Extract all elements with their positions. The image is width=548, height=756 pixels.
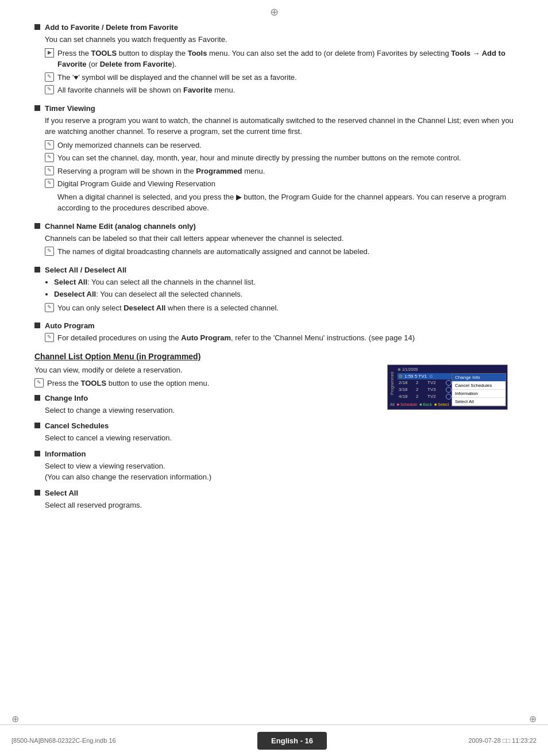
add-favorite-title: Add to Favorite / Delete from Favorite (45, 23, 178, 32)
cancel-schedules-title: Cancel Schedules (45, 421, 109, 430)
section-channel-name-edit: Channel Name Edit (analog channels only)… (34, 222, 514, 258)
bullet-icon-select (34, 267, 40, 273)
add-favorite-tools-text: Press the TOOLS button to display the To… (57, 48, 514, 70)
channel-name-body: Channels can be labeled so that their ca… (45, 233, 514, 258)
channel-list-header: Channel List Option Menu (in Programmed) (34, 352, 514, 361)
tools-note-icon: ▶ (45, 48, 54, 57)
timer-note-3: ✎ Reserving a program will be shown in t… (45, 166, 514, 177)
bullet-icon-channel (34, 223, 40, 229)
timer-intro: If you reserve a program you want to wat… (45, 115, 514, 137)
information-text: Select to view a viewing reservation.(Yo… (45, 460, 376, 483)
auto-program-note-1: ✎ For detailed procedures on using the A… (45, 332, 514, 344)
channel-name-note-1: ✎ The names of digital broadcasting chan… (45, 246, 514, 258)
section-add-favorite: Add to Favorite / Delete from Favorite Y… (34, 23, 514, 96)
tv-row-3-type: TV2 (427, 394, 445, 399)
add-favorite-note-2: ✎ All favorite channels will be shown on… (45, 85, 514, 96)
sub-section-cancel-schedules: Cancel Schedules Select to cancel a view… (34, 421, 376, 444)
timer-sub-note: When a digital channel is selected, and … (57, 191, 514, 214)
add-favorite-note-1: ✎ The '♥' symbol will be displayed and t… (45, 72, 514, 83)
crosshair-bottom-left-icon: ⊕ (11, 713, 19, 724)
add-favorite-intro: You can set channels you watch frequentl… (45, 34, 514, 45)
add-favorite-note-1-text: The '♥' symbol will be displayed and the… (57, 72, 297, 83)
footer-center-text: English - 16 (257, 732, 327, 750)
section-channel-list-option: Channel List Option Menu (in Programmed)… (34, 352, 514, 517)
note-icon-timer-2: ✎ (45, 153, 54, 162)
page-footer: [8500-NA]BN68-02322C-Eng.indb 16 English… (0, 724, 548, 756)
tv-row-1-time: 2/18 (399, 380, 416, 385)
tv-row-3-time: 4/18 (399, 394, 416, 399)
timer-title: Timer Viewing (45, 104, 95, 113)
section-title-timer: Timer Viewing (34, 104, 514, 113)
tv-row-1-ch: 2 (416, 380, 427, 385)
footer-right-text: 2009-07-28 □□ 11:23:22 (469, 737, 537, 744)
timer-note-4-text: Digital Program Guide and Viewing Reserv… (57, 178, 215, 190)
add-favorite-tools-note: ▶ Press the TOOLS button to display the … (45, 48, 514, 70)
timer-note-4: ✎ Digital Program Guide and Viewing Rese… (45, 178, 514, 190)
tv-row-2-time: 3/18 (399, 387, 416, 392)
page-container: ⊕ Add to Favorite / Delete from Favorite… (0, 0, 548, 756)
sub-section-change-info: Change Info Select to change a viewing r… (34, 394, 376, 416)
section-auto-program: Auto Program ✎ For detailed procedures o… (34, 321, 514, 344)
bullet-change-info (34, 395, 40, 401)
tv-footer-all: All (390, 402, 395, 407)
bullet-icon (34, 24, 40, 30)
crosshair-top-icon: ⊕ (270, 6, 279, 18)
note-icon-timer-3: ✎ (45, 166, 54, 175)
bullet-cancel-schedules (34, 423, 40, 428)
select-all-item-2: Deselect All: You can deselect all the s… (54, 289, 514, 300)
change-info-title: Change Info (45, 394, 88, 402)
channel-list-tools-text: Press the TOOLS button to use the option… (47, 378, 209, 389)
select-all-prog-title: Select All (45, 489, 78, 497)
section-title-add-favorite: Add to Favorite / Delete from Favorite (34, 23, 514, 32)
change-info-title-row: Change Info (34, 394, 376, 402)
tv-footer-back: ■ Back (419, 402, 432, 407)
note-icon-1: ✎ (45, 72, 54, 82)
select-all-list: Select All: You can select all the chann… (54, 277, 514, 300)
tv-row-3-ch: 2 (416, 394, 427, 399)
timer-note-2-text: You can set the channel, day, month, yea… (57, 152, 461, 164)
tv-header: Programmed ⊕ 1/1/2009 ⊙ 1:59 5 TV1 ⊙ (390, 367, 505, 400)
tv-footer-schedule: ■ Schedule (397, 402, 417, 407)
information-body: Select to view a viewing reservation.(Yo… (45, 460, 376, 483)
auto-program-note-1-text: For detailed procedures on using the Aut… (57, 332, 415, 344)
select-all-note-1: ✎ You can only select Deselect All when … (45, 302, 514, 314)
timer-note-3-text: Reserving a program will be shown in the… (57, 166, 265, 177)
note-icon-channel-1: ✎ (45, 247, 54, 256)
add-favorite-note-2-text: All favorite channels will be shown on F… (57, 85, 235, 96)
tv-date: ⊕ 1/1/2009 (398, 367, 418, 371)
crosshair-bottom-right-icon: ⊕ (529, 713, 537, 724)
select-all-body: Select All: You can select all the chann… (45, 277, 514, 314)
section-title-channel-name: Channel Name Edit (analog channels only) (34, 222, 514, 231)
note-icon-2: ✎ (45, 85, 54, 94)
tv-footer-select: ■ Select (434, 402, 449, 407)
select-all-note-1-text: You can only select Deselect All when th… (57, 302, 279, 314)
tv-row-1-type: TV2 (427, 380, 445, 385)
tv-row-2-icon (446, 387, 451, 393)
note-icon-select-1: ✎ (45, 303, 54, 312)
select-all-prog-body: Select all reserved programs. (45, 500, 376, 511)
channel-name-title: Channel Name Edit (analog channels only) (45, 222, 196, 231)
cancel-schedules-body: Select to cancel a viewing reservation. (45, 432, 376, 444)
timer-note-1: ✎ Only memorized channels can be reserve… (45, 140, 514, 151)
auto-program-title: Auto Program (45, 321, 95, 330)
select-all-prog-title-row: Select All (34, 489, 376, 497)
channel-list-tools-note: ✎ Press the TOOLS button to use the opti… (34, 378, 376, 389)
sub-section-information: Information Select to view a viewing res… (34, 450, 376, 483)
tv-mockup: Programmed ⊕ 1/1/2009 ⊙ 1:59 5 TV1 ⊙ (387, 364, 508, 410)
section-title-auto-program: Auto Program (34, 321, 514, 330)
auto-program-body: ✎ For detailed procedures on using the A… (45, 332, 514, 344)
footer-left-text: [8500-NA]BN68-02322C-Eng.indb 16 (11, 737, 116, 744)
note-icon-channel-list: ✎ (34, 378, 44, 387)
tv-row-3: 4/18 2 TV2 (398, 393, 505, 400)
tv-row-1: 2/18 2 TV2 (398, 379, 505, 386)
bullet-select-all-prog (34, 490, 40, 496)
tv-row-1-icon (446, 380, 451, 386)
tv-current-row: ⊙ 1:59 5 TV1 ⊙ Change Info Cancel Schedu… (398, 373, 505, 379)
timer-note-2: ✎ You can set the channel, day, month, y… (45, 152, 514, 164)
channel-name-note-1-text: The names of digital broadcasting channe… (57, 246, 369, 258)
select-all-item-1: Select All: You can select all the chann… (54, 277, 514, 288)
information-title: Information (45, 450, 86, 458)
tv-row-3-icon (446, 394, 451, 400)
tv-row-2-type: TV3 (427, 387, 445, 392)
timer-note-1-text: Only memorized channels can be reserved. (57, 140, 202, 151)
